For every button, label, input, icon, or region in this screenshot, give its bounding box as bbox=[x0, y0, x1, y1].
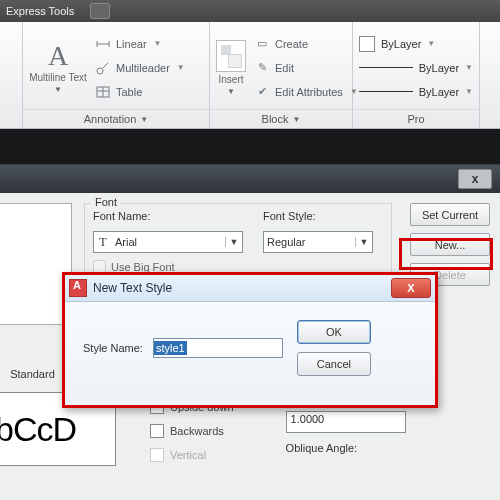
multiline-text-label: Multiline Text bbox=[29, 72, 87, 83]
create-icon: ▭ bbox=[254, 36, 270, 52]
create-block-button[interactable]: ▭Create bbox=[250, 33, 362, 55]
lineweight-bylayer-label: ByLayer bbox=[419, 86, 459, 98]
chevron-down-icon: ▼ bbox=[227, 87, 235, 96]
chevron-down-icon: ▼ bbox=[355, 237, 372, 247]
font-style-combo[interactable]: Regular ▼ bbox=[263, 231, 373, 253]
linear-icon bbox=[95, 36, 111, 52]
line-icon bbox=[359, 91, 413, 92]
edit-label: Edit bbox=[275, 62, 294, 74]
text-icon: A bbox=[48, 42, 68, 70]
line-icon bbox=[359, 67, 413, 68]
create-label: Create bbox=[275, 38, 308, 50]
panel-title-annotation: Annotation bbox=[84, 113, 137, 125]
insert-label: Insert bbox=[218, 74, 243, 85]
style-name-input[interactable]: style1 bbox=[153, 338, 283, 358]
font-name-combo[interactable]: T Arial ▼ bbox=[93, 231, 243, 253]
edit-block-button[interactable]: ✎Edit bbox=[250, 57, 362, 79]
new-text-style-dialog: New Text Style X Style Name: style1 OK C… bbox=[62, 272, 438, 408]
style-name-label: Style Name: bbox=[83, 342, 143, 354]
vertical-checkbox: Vertical bbox=[150, 448, 234, 462]
table-icon bbox=[95, 84, 111, 100]
panel-block: Insert ▼ ▭Create ✎Edit ✔Edit Attributes▼… bbox=[210, 22, 353, 128]
insert-block-button[interactable]: Insert ▼ bbox=[216, 26, 246, 109]
font-style-value: Regular bbox=[264, 236, 355, 248]
chevron-down-icon: ▼ bbox=[54, 85, 62, 94]
app-icon bbox=[69, 279, 87, 297]
edit-attributes-button[interactable]: ✔Edit Attributes▼ bbox=[250, 81, 362, 103]
drawing-area[interactable] bbox=[0, 129, 500, 165]
truetype-icon: T bbox=[94, 235, 112, 250]
table-label: Table bbox=[116, 86, 142, 98]
multileader-label: Multileader bbox=[116, 62, 170, 74]
table-button[interactable]: Table bbox=[91, 81, 189, 103]
linetype-bylayer-label: ByLayer bbox=[419, 62, 459, 74]
dialog-close-button[interactable]: X bbox=[391, 278, 431, 298]
tab-express-tools[interactable]: Express Tools bbox=[6, 5, 74, 17]
attributes-icon: ✔ bbox=[254, 84, 270, 100]
color-bylayer-label: ByLayer bbox=[381, 38, 421, 50]
current-style-name: Standard bbox=[10, 368, 55, 380]
color-control[interactable]: ByLayer▼ bbox=[359, 33, 473, 55]
chevron-down-icon[interactable]: ▼ bbox=[292, 115, 300, 124]
set-current-button[interactable]: Set Current bbox=[410, 203, 490, 226]
font-name-value: Arial bbox=[112, 236, 225, 248]
new-style-button[interactable]: New... bbox=[410, 233, 490, 256]
multiline-text-button[interactable]: A Multiline Text ▼ bbox=[29, 26, 87, 109]
dialog-close-button[interactable]: x bbox=[458, 169, 492, 189]
dialog-titlebar[interactable]: x bbox=[0, 165, 500, 193]
multileader-icon bbox=[95, 60, 111, 76]
new-text-style-title: New Text Style bbox=[93, 281, 391, 295]
width-factor-input[interactable]: 1.0000 bbox=[286, 411, 406, 433]
ok-button[interactable]: OK bbox=[297, 320, 371, 344]
cancel-button[interactable]: Cancel bbox=[297, 352, 371, 376]
linear-dimension-button[interactable]: Linear▼ bbox=[91, 33, 189, 55]
font-name-label: Font Name: bbox=[93, 210, 243, 222]
edit-attributes-label: Edit Attributes bbox=[275, 86, 343, 98]
vertical-label: Vertical bbox=[170, 449, 206, 461]
panel-title-block: Block bbox=[262, 113, 289, 125]
dialog-titlebar[interactable]: New Text Style X bbox=[65, 275, 435, 302]
linear-label: Linear bbox=[116, 38, 147, 50]
use-big-font-label: Use Big Font bbox=[111, 261, 175, 273]
linetype-control[interactable]: ByLayer▼ bbox=[359, 57, 473, 79]
ribbon-minimize-icon[interactable] bbox=[90, 3, 110, 19]
backwards-checkbox[interactable]: Backwards bbox=[150, 424, 234, 438]
panel-annotation: A Multiline Text ▼ Linear▼ Multileader▼ … bbox=[23, 22, 210, 128]
backwards-label: Backwards bbox=[170, 425, 224, 437]
font-group-label: Font bbox=[91, 196, 121, 208]
oblique-angle-label: Oblique Angle: bbox=[286, 442, 406, 454]
svg-point-0 bbox=[97, 68, 103, 74]
font-style-label: Font Style: bbox=[263, 210, 373, 222]
panel-title-properties: Pro bbox=[407, 113, 424, 125]
panel-properties: ByLayer▼ ByLayer▼ ByLayer▼ Pro bbox=[353, 22, 480, 128]
edit-icon: ✎ bbox=[254, 60, 270, 76]
insert-icon bbox=[216, 40, 246, 72]
multileader-button[interactable]: Multileader▼ bbox=[91, 57, 189, 79]
ribbon: A Multiline Text ▼ Linear▼ Multileader▼ … bbox=[0, 22, 500, 129]
style-name-value: style1 bbox=[154, 341, 187, 355]
lineweight-control[interactable]: ByLayer▼ bbox=[359, 81, 473, 103]
color-swatch-icon bbox=[359, 36, 375, 52]
chevron-down-icon: ▼ bbox=[225, 237, 242, 247]
chevron-down-icon[interactable]: ▼ bbox=[140, 115, 148, 124]
